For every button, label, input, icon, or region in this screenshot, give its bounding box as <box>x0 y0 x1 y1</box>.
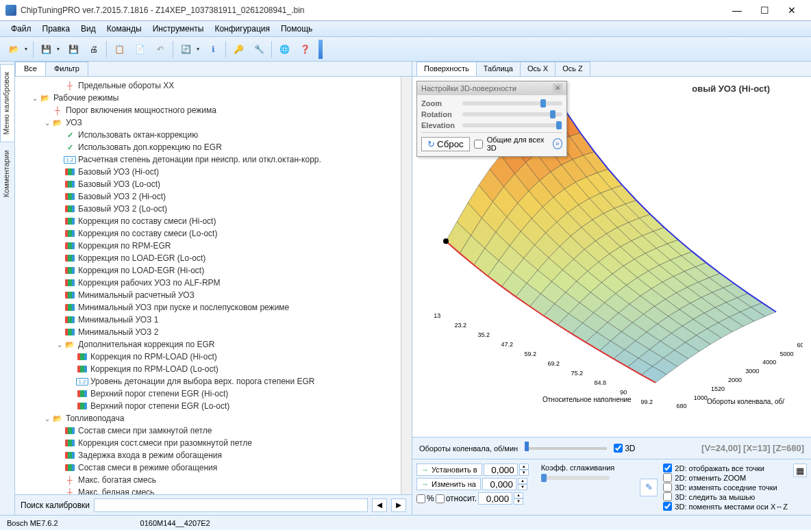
tree-item[interactable]: Минимальный УОЗ 2 <box>18 326 398 338</box>
menu-file[interactable]: Файл <box>7 23 36 35</box>
refresh-dropdown[interactable]: ▾ <box>197 46 202 52</box>
tree-item[interactable]: Коррекция рабочих УОЗ по ALF-RPM <box>18 277 398 289</box>
edit-mode-button[interactable]: ✎ <box>640 479 658 496</box>
maximize-button[interactable]: ☐ <box>758 3 771 17</box>
tree-item[interactable]: ┼Макс. богатая смесь <box>18 474 398 486</box>
option-checkbox[interactable] <box>663 483 672 492</box>
menu-tools[interactable]: Инструменты <box>149 23 208 35</box>
set-value-input[interactable] <box>484 464 518 476</box>
tree-item[interactable]: ┼Порог включения мощностного режима <box>18 104 398 116</box>
save-as-button[interactable]: 💾 <box>64 40 83 59</box>
tree-scrollbar[interactable] <box>401 77 412 494</box>
grid-button[interactable]: ▦ <box>793 464 807 477</box>
save-button[interactable]: 💾 <box>36 40 55 59</box>
tree-item[interactable]: Коррекция по RPM-EGR <box>18 240 398 252</box>
option-checkbox[interactable] <box>663 473 672 482</box>
set-value-button[interactable]: →Установить в <box>416 464 482 476</box>
tree-item[interactable]: ⌄📂Рабочие режимы <box>18 92 398 104</box>
expand-icon[interactable]: » <box>553 138 562 149</box>
3d-checkbox[interactable] <box>614 444 623 453</box>
key-button[interactable]: 🔑 <box>229 40 248 59</box>
tree-item[interactable]: Коррекция по RPM-LOAD (Lo-oct) <box>18 363 398 375</box>
elevation-slider[interactable] <box>462 123 562 127</box>
zoom-slider[interactable] <box>462 101 562 105</box>
view-option[interactable]: 2D: отображать все точки <box>663 464 788 472</box>
reset-button[interactable]: ↻Сброс <box>421 137 470 151</box>
spinner-down[interactable]: ▼ <box>518 484 527 490</box>
open-button[interactable]: 📂 <box>4 40 23 59</box>
refresh-button[interactable]: 🔄 <box>176 40 195 59</box>
tree-item[interactable]: ⌄📂УОЗ <box>18 116 398 129</box>
tree-toggle[interactable]: ⌄ <box>55 341 64 349</box>
search-next-button[interactable]: ► <box>391 498 406 512</box>
view-option[interactable]: 3D: изменять соседние точки <box>663 483 788 492</box>
info-button[interactable]: ℹ <box>203 40 223 59</box>
tree-item[interactable]: ⌄📂Дополнительная коррекция по EGR <box>18 338 398 351</box>
spinner-up[interactable]: ▲ <box>519 464 529 470</box>
view-option[interactable]: 2D: отменить ZOOM <box>663 473 788 482</box>
undo-button[interactable]: ↶ <box>151 40 170 59</box>
tree-item[interactable]: Коррекция сост.смеси при разомкнутой пет… <box>18 437 398 449</box>
minimize-button[interactable]: — <box>730 3 744 17</box>
tree-item[interactable]: Базовый УОЗ 2 (Lo-oct) <box>18 203 398 215</box>
web-button[interactable]: 🌐 <box>275 40 294 59</box>
tree-item[interactable]: Задержка входа в режим обогащения <box>18 449 398 461</box>
tree-item[interactable]: ┼Макс. бедная смесь <box>18 486 398 494</box>
search-input[interactable] <box>94 498 368 512</box>
tree-toggle[interactable]: ⌄ <box>30 94 40 102</box>
chart-area[interactable]: Настройки 3D-поверхности ✕ Zoom Rotation… <box>412 77 811 437</box>
copy-button[interactable]: 📋 <box>110 40 129 59</box>
tree-item[interactable]: ┼Предельные обороты XX <box>18 79 398 92</box>
tree-toggle[interactable]: ⌄ <box>42 415 52 422</box>
close-button[interactable]: ✕ <box>785 3 799 17</box>
tab-axis-x[interactable]: Ось X <box>520 62 556 76</box>
change-value-button[interactable]: →Изменить на <box>416 478 481 490</box>
help-button[interactable]: ❓ <box>295 40 314 59</box>
tree-item[interactable]: ⌄📂Топливоподача <box>18 412 398 425</box>
tree-item[interactable]: Минимальный УОЗ при пуске и послепусково… <box>18 301 398 314</box>
tree-item[interactable]: Базовый УОЗ (Lo-oct) <box>18 178 398 190</box>
menu-help[interactable]: Помощь <box>277 23 316 35</box>
tree-item[interactable]: ✓Использовать октан-коррекцию <box>18 129 398 141</box>
spinner-up[interactable]: ▲ <box>518 478 527 484</box>
sidetab-calibrations[interactable]: Меню калибровок <box>0 64 14 142</box>
tab-axis-z[interactable]: Ось Z <box>555 62 590 76</box>
treetab-filter[interactable]: Фильтр <box>45 62 88 76</box>
tab-table[interactable]: Таблица <box>476 62 521 76</box>
tree-item[interactable]: Базовый УОЗ (Hi-oct) <box>18 166 398 178</box>
tree-item[interactable]: ✓Использовать доп.коррекцию по EGR <box>18 141 398 153</box>
tree-item[interactable]: Состав смеси при замкнутой петле <box>18 425 398 437</box>
tree-item[interactable]: Минимальный УОЗ 1 <box>18 314 398 326</box>
tree-item[interactable]: Коррекция по составу смеси (Lo-oct) <box>18 227 398 240</box>
open-dropdown[interactable]: ▾ <box>25 46 30 52</box>
spinner-up[interactable]: ▲ <box>514 492 523 498</box>
spinner-down[interactable]: ▼ <box>514 498 523 505</box>
relative-checkbox[interactable] <box>436 494 445 503</box>
view-option[interactable]: 3D: поменять местами оси X↔Z <box>663 502 788 511</box>
tree-item[interactable]: 1.2Уровень детонации для выбора верх. по… <box>18 375 398 388</box>
tab-surface[interactable]: Поверхность <box>416 62 477 76</box>
view-option[interactable]: 3D: следить за мышью <box>663 492 788 501</box>
tree-item[interactable]: Коррекция по RPM-LOAD (Hi-oct) <box>18 351 398 363</box>
relative-value-input[interactable] <box>478 492 512 505</box>
spinner-down[interactable]: ▼ <box>519 470 529 476</box>
search-prev-button[interactable]: ◄ <box>372 498 387 512</box>
tree-item[interactable]: Коррекция по составу смеси (Hi-oct) <box>18 215 398 227</box>
smooth-slider[interactable] <box>541 476 610 480</box>
tree-item[interactable]: Минимальный расчетный УОЗ <box>18 289 398 301</box>
menu-edit[interactable]: Правка <box>38 23 75 35</box>
tree-item[interactable]: Состав смеси в режиме обогащения <box>18 461 398 474</box>
calibration-tree[interactable]: ┼Предельные обороты XX⌄📂Рабочие режимы┼П… <box>15 77 401 494</box>
menu-view[interactable]: Вид <box>77 23 100 35</box>
treetab-all[interactable]: Все <box>15 62 46 76</box>
option-checkbox[interactable] <box>663 464 672 472</box>
toolbar-grip[interactable] <box>319 40 323 59</box>
tree-item[interactable]: Верхний порог степени EGR (Hi-oct) <box>18 388 398 400</box>
settings-close-button[interactable]: ✕ <box>553 84 562 93</box>
option-checkbox[interactable] <box>663 502 672 511</box>
tree-item[interactable]: 1.2Расчетная степень детонации при неисп… <box>18 153 398 166</box>
tree-item[interactable]: Базовый УОЗ 2 (Hi-oct) <box>18 190 398 203</box>
print-button[interactable]: 🖨 <box>84 40 103 59</box>
rpm-slider[interactable] <box>525 443 607 454</box>
menu-commands[interactable]: Команды <box>103 23 146 35</box>
